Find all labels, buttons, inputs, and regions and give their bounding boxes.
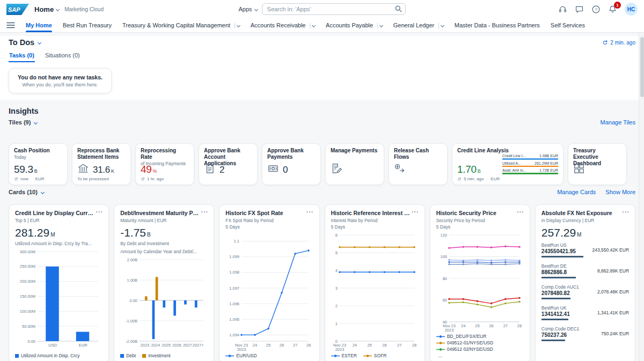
svg-text:24: 24 (253, 343, 257, 348)
avatar[interactable]: HC (625, 3, 638, 16)
exposure-list-item[interactable]: BestRun UK1341412.411,341.41K EUR (541, 302, 629, 323)
tile-footer-text: now (20, 176, 28, 181)
nav-tab-label: Accounts Receivable (251, 22, 306, 28)
legend-line-marker (436, 341, 445, 345)
card-subtitle: Maturity Amount | EUR (120, 218, 208, 223)
svg-text:25: 25 (475, 323, 479, 328)
exposure-list-item[interactable]: Comp.Code DEC1750237.26750.24K EUR (541, 323, 629, 344)
svg-text:120: 120 (440, 233, 447, 238)
card-overflow-button[interactable]: ... (622, 207, 630, 213)
home-menu[interactable]: Home (34, 5, 59, 13)
nav-tab-my-home[interactable]: My Home (26, 18, 52, 32)
tile-reprocess-bank-statement-items[interactable]: Reprocess Bank Statement Items31.6KTo be… (72, 143, 131, 185)
search-input[interactable] (262, 3, 406, 15)
todos-section: To Dos 2 min. ago Tasks (0) Situations (… (0, 36, 644, 100)
tile-credit-line-analysis[interactable]: Credit Line Analysis1.70BCredit Line I..… (452, 143, 564, 185)
nav-tab-treasury-working-capital-management[interactable]: Treasury & Working Capital Management| (122, 18, 240, 32)
tile-approve-bank-payments[interactable]: Approve Bank Payments0 (262, 143, 321, 185)
card-overflow-button[interactable]: ... (306, 207, 314, 213)
card-historic-security-price[interactable]: ...Historic Security PriceSecurity Price… (430, 204, 530, 361)
show-more-link[interactable]: Show More (605, 189, 635, 195)
exposure-list-item[interactable]: BestRun US243550421.95243,550.42K EUR (541, 239, 629, 260)
card-overflow-button[interactable]: ... (517, 207, 524, 213)
manage-tiles-link[interactable]: Manage Tiles (601, 119, 635, 126)
card-overflow-button[interactable]: ... (412, 207, 419, 213)
search-icon[interactable] (394, 5, 402, 13)
card-debt-investment-maturity-profile[interactable]: ...Debt/Investment Maturity ProfileMatur… (114, 204, 214, 361)
scrollbar-thumb[interactable] (640, 37, 644, 97)
card-chart: 406080100120Nov 2320232425262728 (436, 231, 524, 332)
side-navigation-menu-icon[interactable] (5, 18, 16, 32)
help-icon[interactable]: ? (591, 5, 601, 14)
card-overflow-button[interactable]: ... (201, 207, 209, 213)
nav-tab-accounts-payable[interactable]: Accounts Payable| (326, 18, 383, 32)
tile-treasury-executive-dashboard[interactable]: Treasury Executive Dashboard (568, 143, 627, 185)
exposure-bar (541, 298, 570, 299)
search-scope-dropdown[interactable]: Apps (238, 6, 257, 12)
tile-approve-bank-account-applications[interactable]: Approve Bank Account Applications2 (199, 143, 258, 185)
support-icon[interactable] (558, 5, 567, 14)
svg-text:Nov 232023: Nov 232023 (235, 343, 248, 351)
card-absolute-fx-net-exposure[interactable]: ...Absolute FX Net Exposurein Display Cu… (535, 204, 635, 361)
tile-title: Cash Position (14, 148, 62, 154)
notifications-icon[interactable]: 1 (608, 5, 617, 14)
svg-text:24: 24 (352, 343, 356, 348)
exposure-value: 8,862.89K EUR (597, 268, 629, 274)
svg-text:1.1: 1.1 (234, 239, 239, 244)
exposure-list-item[interactable]: Comp.Code AUC12078480.822,078.48K EUR (541, 281, 629, 302)
tile-value: 59.3B (14, 164, 37, 174)
mini-legend-value: 1.98B EUR (539, 154, 558, 158)
tile-manage-payments[interactable]: Manage Payments (325, 143, 384, 185)
tile-cash-position[interactable]: Cash PositionToday59.3BnowEUR (9, 143, 68, 185)
card-value: 257.29M (541, 227, 629, 238)
tile-footer-text: 5 min. ago (464, 176, 484, 181)
tile-release-cash-flows[interactable]: Release Cash Flows (389, 143, 448, 185)
svg-text:28: 28 (306, 343, 311, 348)
exposure-number: 1341412.41 (541, 311, 570, 317)
nav-tab-label: Self Services (551, 22, 585, 28)
todos-title[interactable]: To Dos (9, 38, 41, 47)
card-chart: 0.0050.00M100.00M150.00M200.00M250.00M30… (15, 248, 103, 351)
exposure-name: BestRun US (541, 242, 583, 248)
svg-text:2.00B: 2.00B (127, 257, 138, 262)
tab-tasks[interactable]: Tasks (0) (9, 51, 35, 62)
nav-tab-general-ledger[interactable]: General Ledger| (393, 18, 444, 32)
refresh-icon (141, 177, 145, 181)
nav-tab-best-run-treasury[interactable]: Best Run Treasury (63, 18, 112, 32)
card-historic-reference-interest-rate[interactable]: ...Historic Reference Interest RateInter… (325, 204, 425, 361)
chevron-down-icon (254, 7, 258, 11)
page-scrollbar[interactable] (639, 33, 644, 361)
todos-refresh[interactable]: 2 min. ago (602, 40, 635, 46)
svg-text:300.00M: 300.00M (20, 249, 35, 254)
tiles-count-dropdown[interactable]: Tiles (9) (9, 119, 37, 126)
card-historic-fx-spot-rate[interactable]: ...Historic FX Spot RateFX Spot Rate by … (219, 204, 319, 361)
card-subtitle: Top 5 | EUR (15, 218, 103, 223)
sap-logo[interactable]: SAP (6, 4, 29, 15)
legend-item: 049512-01/NYSE/USD (436, 340, 493, 345)
card-overflow-button[interactable]: ... (96, 207, 104, 213)
bank-statement-icon (77, 163, 89, 174)
svg-text:25: 25 (367, 343, 371, 348)
tile-footer (331, 176, 379, 181)
cards-count-dropdown[interactable]: Cards (10) (9, 189, 44, 195)
exposure-list-item[interactable]: BestRun DE8862886.88,862.89K EUR (541, 260, 629, 281)
tile-footer (394, 176, 442, 181)
manage-cards-link[interactable]: Manage Cards (557, 189, 596, 195)
legend-item: Debt (120, 353, 136, 358)
card-chart-label: Utilized Amount in Disp. Crcy by Tra... (15, 241, 103, 246)
tab-situations[interactable]: Situations (0) (45, 51, 80, 62)
nav-tab-accounts-receivable[interactable]: Accounts Receivable| (251, 18, 315, 32)
legend-label: 049512-01/NYSE/USD (447, 340, 493, 345)
svg-text:60: 60 (442, 298, 447, 303)
chevron-down-icon (56, 7, 60, 11)
card-subtitle: in Display Currency | EUR (541, 218, 629, 223)
tile-footer-text: 1 hr. ago (147, 176, 164, 181)
card-title: Absolute FX Net Exposure (541, 210, 629, 217)
nav-tab-self-services[interactable]: Self Services (551, 18, 585, 32)
feedback-icon[interactable] (575, 5, 584, 14)
nav-tab-master-data-business-partners[interactable]: Master Data - Business Partners (455, 18, 540, 32)
mini-legend-row: Utilized A...261.29M EUR (502, 161, 558, 167)
card-credit-line-by-display-currency[interactable]: ...Credit Line by Display CurrencyTop 5 … (9, 204, 109, 361)
tile-reprocessing-rate[interactable]: Reprocessing Rateof Incoming Payments49%… (135, 143, 194, 185)
svg-text:1.094: 1.094 (230, 333, 240, 337)
